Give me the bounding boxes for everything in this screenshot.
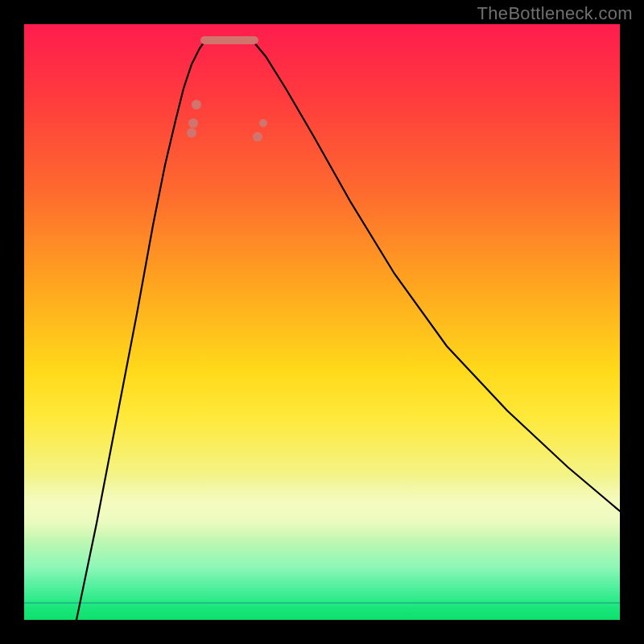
- data-marker: [188, 118, 198, 128]
- app-frame: TheBottleneck.com: [0, 0, 644, 644]
- right-bottleneck-curve: [250, 37, 620, 511]
- data-marker: [259, 119, 267, 127]
- data-marker: [192, 100, 201, 109]
- data-marker: [187, 128, 196, 138]
- data-markers: [187, 100, 267, 142]
- data-marker: [253, 132, 262, 142]
- watermark-text: TheBottleneck.com: [477, 3, 633, 24]
- chart-plot-area: [24, 24, 620, 620]
- left-bottleneck-curve: [76, 37, 208, 620]
- curves-svg: [24, 24, 620, 620]
